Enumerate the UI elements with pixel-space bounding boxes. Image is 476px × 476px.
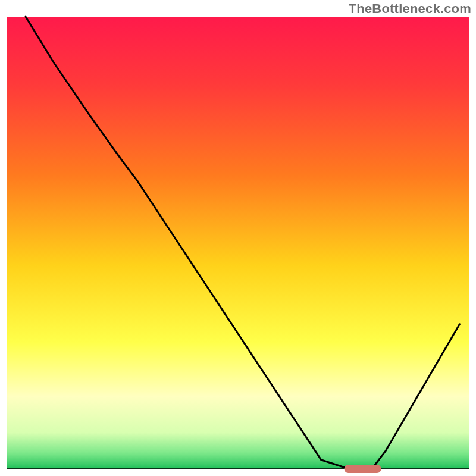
gradient-background	[7, 17, 469, 469]
chart-container: TheBottleneck.com	[0, 0, 476, 476]
bottleneck-chart	[0, 0, 476, 476]
watermark-text: TheBottleneck.com	[349, 1, 471, 17]
optimal-range-marker	[344, 465, 381, 473]
